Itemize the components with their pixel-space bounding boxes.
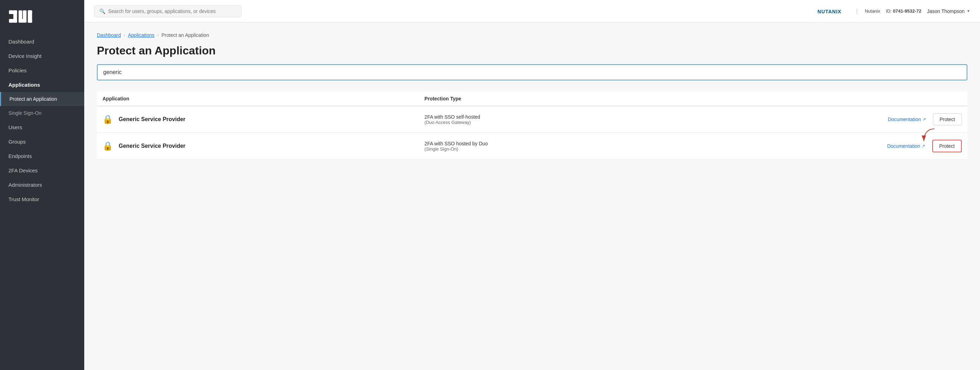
sidebar-item-trust-monitor[interactable]: Trust Monitor xyxy=(0,192,84,206)
user-menu[interactable]: Jason Thompson ▼ xyxy=(927,8,970,14)
sidebar-item-endpoints[interactable]: Endpoints xyxy=(0,149,84,163)
svg-rect-4 xyxy=(13,11,17,23)
sidebar-item-users[interactable]: Users xyxy=(0,120,84,134)
brand-name: Nutanix xyxy=(865,8,880,14)
protect-button-2[interactable]: Protect xyxy=(932,140,962,152)
duo-logo xyxy=(8,8,76,25)
topbar-divider: | xyxy=(856,7,858,15)
brand-id: ID: 0741-9532-72 xyxy=(886,8,921,14)
protection-type-cell-2: 2FA with SSO hosted by Duo (Single Sign-… xyxy=(419,133,674,160)
external-link-icon-1: ↗ xyxy=(923,117,926,122)
lock-icon-1: 🔒 xyxy=(102,115,113,124)
app-name-1: Generic Service Provider xyxy=(119,116,185,123)
sidebar-item-device-insight[interactable]: Device Insight xyxy=(0,49,84,63)
topbar-right: NUTANIX | Nutanix ID: 0741-9532-72 Jason… xyxy=(818,7,970,15)
table-row: 🔒 Generic Service Provider 2FA with SSO … xyxy=(97,106,967,133)
sidebar-item-protect-app[interactable]: Protect an Application xyxy=(0,92,84,106)
protection-sub-2: (Single Sign-On) xyxy=(424,147,668,152)
breadcrumb-sep-2: › xyxy=(157,33,159,38)
breadcrumb-sep-1: › xyxy=(124,33,125,38)
global-search-input[interactable] xyxy=(108,8,236,14)
external-link-icon-2: ↗ xyxy=(922,144,925,148)
page-title: Protect an Application xyxy=(97,44,967,57)
sidebar: Dashboard Device Insight Policies Applic… xyxy=(0,0,84,370)
protection-main-2: 2FA with SSO hosted by Duo xyxy=(424,141,668,147)
breadcrumb-applications[interactable]: Applications xyxy=(128,32,155,38)
sidebar-item-dashboard[interactable]: Dashboard xyxy=(0,34,84,49)
actions-cell-2: Documentation ↗ Protect xyxy=(674,133,967,160)
nutanix-logo-svg: NUTANIX xyxy=(818,8,849,15)
col-actions xyxy=(674,92,967,106)
protection-type-cell-1: 2FA with SSO self-hosted (Duo Access Gat… xyxy=(419,106,674,133)
protect-button-1[interactable]: Protect xyxy=(933,113,962,125)
sidebar-nav: Dashboard Device Insight Policies Applic… xyxy=(0,34,84,206)
sidebar-item-applications[interactable]: Applications xyxy=(0,78,84,92)
sidebar-item-policies[interactable]: Policies xyxy=(0,63,84,78)
sidebar-item-administrators[interactable]: Administrators xyxy=(0,178,84,192)
table-row: 🔒 Generic Service Provider 2FA with SSO … xyxy=(97,133,967,160)
table-header-row: Application Protection Type xyxy=(97,92,967,106)
svg-rect-11 xyxy=(29,11,32,23)
svg-text:NUTANIX: NUTANIX xyxy=(818,9,842,14)
documentation-link-2[interactable]: Documentation ↗ xyxy=(887,143,925,149)
col-application: Application xyxy=(97,92,419,106)
user-name: Jason Thompson xyxy=(927,8,964,14)
app-name-cell-1: 🔒 Generic Service Provider xyxy=(97,106,419,133)
svg-rect-5 xyxy=(19,11,22,20)
documentation-link-1[interactable]: Documentation ↗ xyxy=(888,116,926,122)
protection-main-1: 2FA with SSO self-hosted xyxy=(424,114,668,120)
lock-icon-2: 🔒 xyxy=(102,141,113,151)
app-name-cell-2: 🔒 Generic Service Provider xyxy=(97,133,419,160)
breadcrumb-current: Protect an Application xyxy=(161,32,209,38)
sidebar-item-groups[interactable]: Groups xyxy=(0,134,84,149)
chevron-down-icon: ▼ xyxy=(967,9,970,13)
content-area: Dashboard › Applications › Protect an Ap… xyxy=(84,22,980,370)
breadcrumb-dashboard[interactable]: Dashboard xyxy=(97,32,121,38)
topbar: 🔍 NUTANIX | Nutanix ID: 0741-9532-72 Jas… xyxy=(84,0,980,22)
search-container[interactable]: 🔍 xyxy=(94,5,242,17)
main-area: 🔍 NUTANIX | Nutanix ID: 0741-9532-72 Jas… xyxy=(84,0,980,370)
app-name-2: Generic Service Provider xyxy=(119,143,185,149)
sidebar-item-2fa-devices[interactable]: 2FA Devices xyxy=(0,163,84,178)
sidebar-logo xyxy=(0,0,84,33)
applications-table: Application Protection Type 🔒 Generic Se… xyxy=(97,92,967,160)
svg-rect-7 xyxy=(23,11,27,20)
application-search-input[interactable] xyxy=(97,64,967,80)
search-icon: 🔍 xyxy=(99,8,105,14)
nutanix-brand-logo: NUTANIX xyxy=(818,8,849,15)
protection-sub-1: (Duo Access Gateway) xyxy=(424,120,668,125)
breadcrumb: Dashboard › Applications › Protect an Ap… xyxy=(97,32,967,38)
actions-cell-1: Documentation ↗ Protect xyxy=(674,106,967,133)
col-protection-type: Protection Type xyxy=(419,92,674,106)
duo-logo-svg xyxy=(8,8,33,25)
sidebar-item-sso[interactable]: Single Sign-On xyxy=(0,106,84,120)
